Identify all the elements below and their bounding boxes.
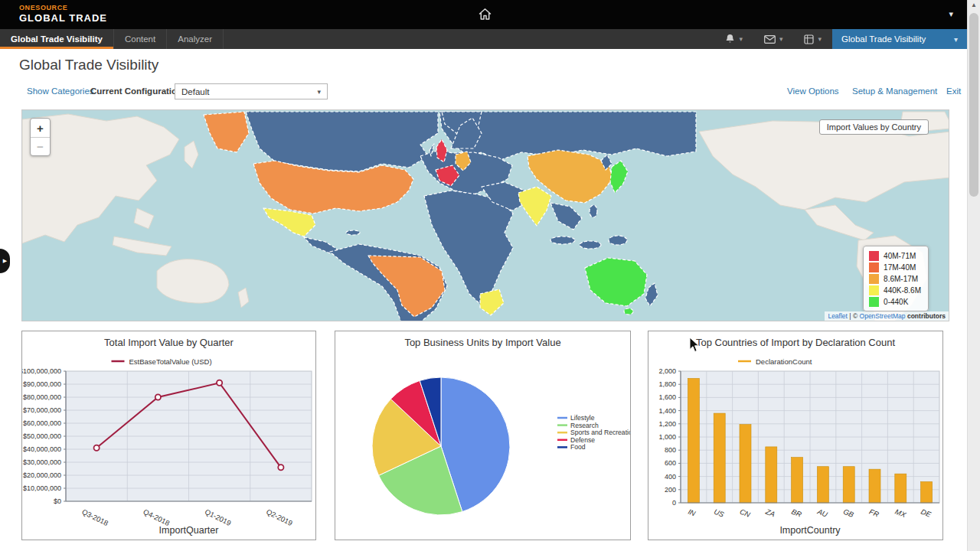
pie-slices: [372, 377, 510, 515]
scroll-up-arrow-icon[interactable]: ▲: [968, 2, 980, 8]
zoom-in-button[interactable]: +: [31, 119, 50, 137]
bar: [688, 378, 699, 503]
caribbean[interactable]: [346, 230, 360, 235]
svg-text:600: 600: [665, 459, 676, 467]
svg-text:$20,000,000: $20,000,000: [23, 471, 61, 479]
svg-text:2,000: 2,000: [658, 367, 676, 375]
configuration-select[interactable]: Default ▾: [175, 83, 328, 99]
legend-range: 0-440K: [884, 298, 908, 306]
exit-link[interactable]: Exit: [946, 86, 961, 96]
tab-analyzer[interactable]: Analyzer: [167, 29, 224, 49]
chart-title: Top Business Units by Import Value: [404, 337, 560, 348]
legend-row: 0-440K: [869, 297, 921, 307]
bar: [792, 458, 803, 503]
indonesia-east[interactable]: [580, 241, 601, 249]
x-tick-label: GB: [842, 507, 855, 520]
x-tick-label: FR: [868, 507, 880, 519]
top-bar: ONESOURCE GLOBAL TRADE ▾: [0, 0, 967, 29]
bar: [869, 469, 880, 503]
x-axis-title: ImportCountry: [779, 525, 841, 536]
app-switcher-dropdown[interactable]: Global Trade Visibility ▾: [832, 29, 967, 49]
world-map-canvas: [22, 110, 949, 321]
x-tick-label: MX: [894, 507, 908, 520]
svg-text:Sports and Recreation: Sports and Recreation: [570, 429, 630, 436]
svg-text:$100,000,000: $100,000,000: [22, 367, 61, 375]
map-attribution: Leaflet | © OpenStreetMap contributors: [825, 311, 949, 321]
envelope-icon: [764, 35, 776, 44]
svg-text:Lifestyle: Lifestyle: [570, 414, 595, 422]
nav-right-group: ▾ ▾ ▾ Global Trade Visibility ▾: [714, 29, 967, 49]
x-tick-label: Q2-2019: [265, 507, 294, 527]
zoom-out-button[interactable]: −: [31, 137, 50, 155]
svg-text:1,800: 1,800: [658, 380, 676, 388]
svg-text:400: 400: [665, 473, 676, 481]
setup-management-link[interactable]: Setup & Management: [852, 86, 937, 96]
x-tick-label: DE: [920, 507, 933, 519]
chart-legend: DeclarationCount: [738, 357, 812, 366]
bell-icon: [725, 34, 735, 44]
bar: [843, 467, 854, 503]
x-tick-label: CN: [739, 507, 752, 519]
legend-row: 440K-8.6M: [869, 285, 921, 295]
legend-range: 40M-71M: [884, 252, 916, 260]
new-guinea[interactable]: [609, 236, 627, 245]
chart-legend: EstBaseTotalValue (USD): [112, 357, 212, 366]
notifications-dropdown[interactable]: ▾: [714, 34, 753, 44]
chart-title: Top Countries of Import by Declaration C…: [696, 337, 896, 348]
svg-text:$30,000,000: $30,000,000: [23, 458, 61, 466]
svg-text:$50,000,000: $50,000,000: [23, 432, 61, 440]
caret-down-icon: ▾: [739, 35, 743, 43]
svg-text:800: 800: [665, 446, 676, 454]
svg-text:EstBaseTotalValue (USD): EstBaseTotalValue (USD): [129, 357, 212, 366]
apps-grid-icon: [804, 34, 814, 44]
legend-swatch: [869, 274, 879, 284]
bar: [817, 467, 828, 503]
plot-area: 02004006008001,0001,2001,4001,6001,8002,…: [658, 367, 939, 536]
sidebar-flyout-handle[interactable]: ▶: [0, 249, 10, 273]
pie-chart-panel: Top Business Units by Import ValueLifest…: [335, 331, 631, 540]
nav-bar: Global Trade Visibility Content Analyzer…: [0, 29, 967, 49]
x-tick-label: US: [713, 507, 726, 519]
map-zoom-control: + −: [30, 118, 51, 156]
leaflet-link[interactable]: Leaflet: [828, 312, 848, 320]
legend-swatch: [869, 251, 879, 261]
brand-onesource: ONESOURCE: [19, 4, 107, 11]
caret-down-icon: ▾: [779, 35, 783, 43]
indonesia-west[interactable]: [550, 236, 575, 244]
caret-down-icon: ▾: [954, 35, 958, 44]
caret-down-icon: ▾: [317, 88, 321, 96]
svg-text:$80,000,000: $80,000,000: [23, 393, 61, 401]
tab-label: Global Trade Visibility: [11, 34, 103, 44]
x-tick-label: BR: [790, 507, 802, 519]
messages-dropdown[interactable]: ▾: [753, 35, 794, 44]
svg-text:1,000: 1,000: [658, 433, 676, 441]
tasmania[interactable]: [624, 308, 633, 315]
view-options-link[interactable]: View Options: [787, 86, 839, 96]
country-philippines[interactable]: [590, 205, 597, 217]
app-switcher-label: Global Trade Visibility: [841, 34, 926, 44]
configuration-value: Default: [181, 87, 209, 96]
account-menu-caret-icon[interactable]: ▾: [949, 9, 953, 19]
bar: [714, 413, 725, 503]
legend-swatch: [869, 297, 879, 307]
svg-text:1,400: 1,400: [658, 407, 676, 415]
home-icon[interactable]: [478, 7, 492, 24]
svg-text:1,200: 1,200: [658, 420, 676, 428]
app-window: ONESOURCE GLOBAL TRADE ▾ Global Trade Vi…: [0, 0, 967, 551]
apps-dropdown[interactable]: ▾: [793, 34, 832, 44]
tab-global-trade-visibility[interactable]: Global Trade Visibility: [0, 29, 114, 49]
openstreetmap-link[interactable]: OpenStreetMap: [860, 312, 906, 320]
legend-row: 8.6M-17M: [869, 274, 921, 284]
svg-text:200: 200: [665, 486, 676, 494]
legend-range: 8.6M-17M: [884, 275, 918, 283]
world-map[interactable]: + − Import Values by Country 40M-71M 17M…: [21, 109, 949, 321]
caret-down-icon: ▾: [818, 35, 822, 43]
current-configuration-label: Current Configuration:: [90, 86, 185, 96]
page-scrollbar[interactable]: ▲: [967, 0, 980, 551]
tab-content[interactable]: Content: [114, 29, 167, 49]
attribution-separator: |: [849, 312, 851, 320]
scrollbar-thumb[interactable]: [969, 13, 978, 197]
show-categories-link[interactable]: Show Categories: [27, 86, 94, 96]
svg-text:$40,000,000: $40,000,000: [23, 445, 61, 453]
legend-row: 40M-71M: [869, 251, 921, 261]
